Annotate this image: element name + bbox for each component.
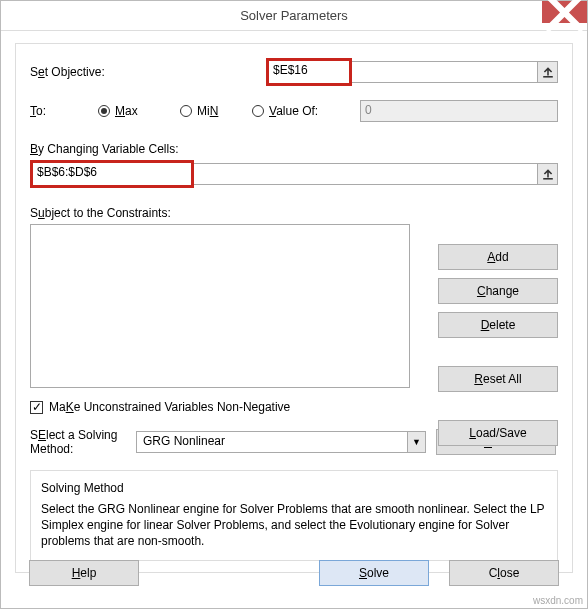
radio-icon: [98, 105, 110, 117]
by-changing-label: By Changing Variable Cells:: [30, 142, 558, 156]
info-title: Solving Method: [41, 481, 547, 495]
constraint-buttons: Add Change Delete Reset All Load/Save: [438, 244, 558, 446]
select-method-label: SElect a Solving Method:: [30, 428, 126, 456]
main-panel: Set Objective: $E$16 To: Max: [15, 43, 573, 573]
radio-icon: [180, 105, 192, 117]
close-icon[interactable]: [542, 1, 587, 23]
dialog-footer: Help Solve Close: [29, 560, 559, 586]
chevron-down-icon: ▼: [408, 431, 426, 453]
to-label: To:: [30, 104, 98, 118]
titlebar: Solver Parameters: [1, 1, 587, 31]
change-button[interactable]: Change: [438, 278, 558, 304]
valueof-input: 0: [360, 100, 558, 122]
max-radio[interactable]: Max: [98, 104, 180, 118]
solving-method-info: Solving Method Select the GRG Nonlinear …: [30, 470, 558, 561]
changing-cells-input[interactable]: $B$6:$D$6: [33, 163, 191, 185]
watermark: wsxdn.com: [533, 595, 583, 606]
set-objective-label: Set Objective:: [30, 65, 266, 79]
non-negative-checkbox[interactable]: ✓: [30, 401, 43, 414]
min-radio[interactable]: MiN: [180, 104, 252, 118]
objective-input[interactable]: $E$16: [269, 61, 349, 83]
constraints-label: Subject to the Constraints:: [30, 206, 558, 220]
solve-button[interactable]: Solve: [319, 560, 429, 586]
constraints-listbox[interactable]: [30, 224, 410, 388]
add-button[interactable]: Add: [438, 244, 558, 270]
window-title: Solver Parameters: [240, 8, 348, 23]
changing-cells-input-ext[interactable]: [194, 163, 538, 185]
info-body: Select the GRG Nonlinear engine for Solv…: [41, 501, 547, 550]
non-negative-label: MaKe Unconstrained Variables Non-Negativ…: [49, 400, 290, 414]
load-save-button[interactable]: Load/Save: [438, 420, 558, 446]
dialog-content: Set Objective: $E$16 To: Max: [15, 43, 573, 596]
solving-method-select[interactable]: GRG Nonlinear ▼: [136, 431, 426, 453]
solving-method-value: GRG Nonlinear: [136, 431, 408, 453]
collapse-dialog-icon[interactable]: [538, 163, 558, 185]
delete-button[interactable]: Delete: [438, 312, 558, 338]
reset-all-button[interactable]: Reset All: [438, 366, 558, 392]
objective-input-ext[interactable]: [352, 61, 538, 83]
close-button[interactable]: Close: [449, 560, 559, 586]
help-button[interactable]: Help: [29, 560, 139, 586]
radio-icon: [252, 105, 264, 117]
solver-dialog: Solver Parameters Set Objective: $E$16: [0, 0, 588, 609]
valueof-radio[interactable]: Value Of:: [252, 104, 360, 118]
collapse-dialog-icon[interactable]: [538, 61, 558, 83]
